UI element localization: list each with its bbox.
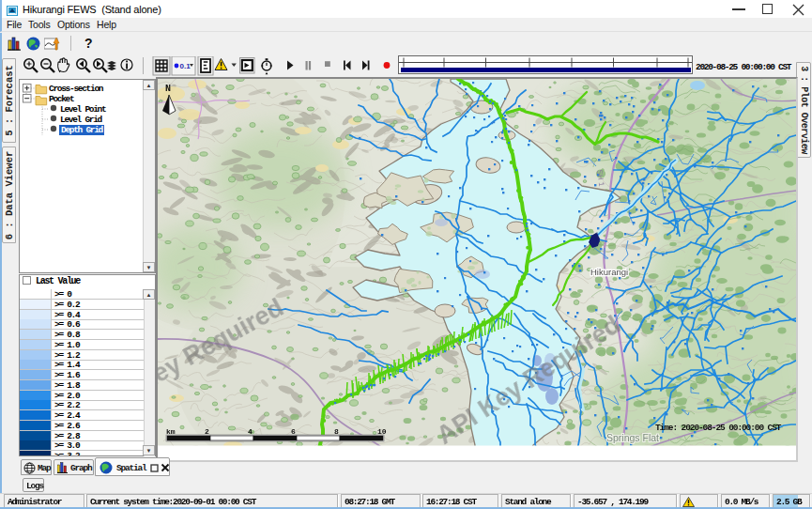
svg-text:km: km xyxy=(166,427,176,436)
svg-text:0.1: 0.1 xyxy=(180,62,192,70)
svg-text:2: 2 xyxy=(205,427,209,436)
svg-text:Hikurangi: Hikurangi xyxy=(590,267,628,277)
svg-text:Time: 2020-08-25 00:00:00 CST: Time: 2020-08-25 00:00:00 CST xyxy=(655,423,782,433)
svg-text:10: 10 xyxy=(377,427,387,436)
svg-text:N: N xyxy=(165,84,171,94)
svg-text:4: 4 xyxy=(248,427,253,436)
svg-text:Springs Flat: Springs Flat xyxy=(606,432,659,443)
svg-text:8: 8 xyxy=(334,427,339,436)
svg-text:6: 6 xyxy=(291,427,296,436)
